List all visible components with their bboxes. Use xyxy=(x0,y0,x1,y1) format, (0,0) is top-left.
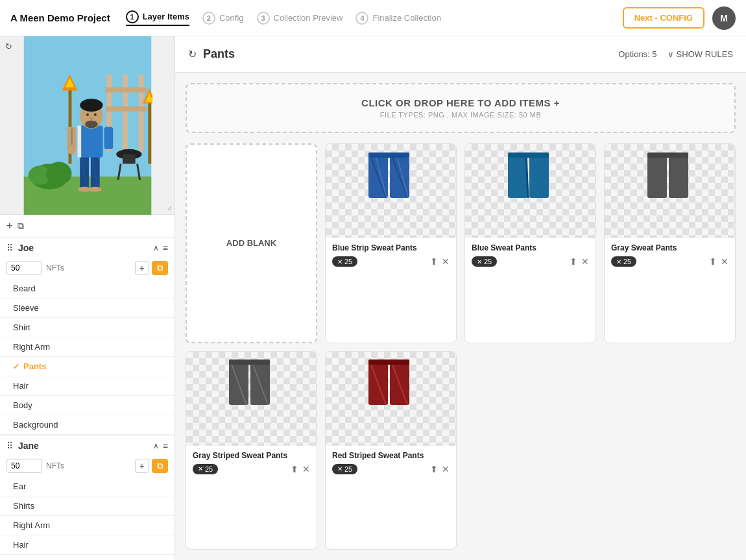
jane-name: Jane xyxy=(18,441,39,451)
nav-step-finalize[interactable]: 4 Finalize Collection xyxy=(355,12,441,25)
joe-layer-right-arm[interactable]: Right Arm xyxy=(0,337,174,357)
item-actions-blue: ⬆ ✕ xyxy=(570,256,589,267)
delete-button-gray[interactable]: ✕ xyxy=(721,256,728,267)
jane-layer-ear[interactable]: Ear xyxy=(0,477,174,496)
jane-layer-shirts[interactable]: Shirts xyxy=(0,496,174,516)
svg-rect-4 xyxy=(138,75,143,151)
content-header: ↻ Pants Options: 5 ∨ SHOW RULES xyxy=(175,36,746,73)
rarity-badge-red-strip: ✕ 25 xyxy=(332,464,357,474)
step-label-2: Config xyxy=(219,13,244,23)
delete-button-gray-strip[interactable]: ✕ xyxy=(302,464,310,474)
joe-add-layer-button[interactable]: + xyxy=(135,261,149,275)
jane-collapse-button[interactable]: ∧ xyxy=(153,441,159,450)
svg-rect-45 xyxy=(508,152,527,198)
joe-menu-button[interactable]: ≡ xyxy=(163,243,168,253)
upload-button-gray-strip[interactable]: ⬆ xyxy=(291,464,298,474)
svg-rect-48 xyxy=(508,152,549,158)
joe-nft-count-input[interactable] xyxy=(6,261,42,275)
main-layout: ↻ ⊿ + ⧉ ⠿ Joe ∧ ≡ NFTs xyxy=(0,36,746,560)
options-count: Options: 5 xyxy=(618,49,656,59)
upload-button-blue-strip[interactable]: ⬆ xyxy=(430,256,438,267)
svg-rect-61 xyxy=(368,359,409,365)
item-info-gray-strip: Gray Striped Sweat Pants ✕ 25 ⬆ ✕ xyxy=(186,446,317,480)
avatar: M xyxy=(712,6,736,30)
chevron-down-icon: ∨ xyxy=(668,49,674,59)
active-check-icon: ✓ xyxy=(13,362,19,371)
show-rules-button[interactable]: ∨ SHOW RULES xyxy=(668,49,733,59)
svg-point-19 xyxy=(46,162,71,184)
content-refresh-icon[interactable]: ↻ xyxy=(188,48,197,60)
joe-collapse-button[interactable]: ∧ xyxy=(153,243,159,252)
preview-refresh-icon[interactable]: ↻ xyxy=(5,42,12,51)
layer-title: Pants xyxy=(203,47,235,61)
jane-menu-button[interactable]: ≡ xyxy=(163,441,168,451)
jane-layer-hair[interactable]: Hair xyxy=(0,535,174,555)
jane-add-layer-button[interactable]: + xyxy=(135,459,149,473)
project-title: A Meen Demo Project xyxy=(10,12,110,23)
add-blank-card[interactable]: ADD BLANK xyxy=(186,143,317,343)
svg-point-34 xyxy=(93,114,96,116)
nav-step-layer-items[interactable]: 1 Layer Items xyxy=(126,10,189,26)
step-num-1: 1 xyxy=(126,10,139,23)
topbar-right: Next - CONFIG M xyxy=(623,6,736,30)
svg-point-35 xyxy=(90,117,92,119)
item-info-gray: Gray Sweat Pants ✕ 25 ⬆ ✕ xyxy=(605,238,735,272)
joe-layer-background[interactable]: Background xyxy=(0,415,174,435)
rarity-badge-gray: ✕ 25 xyxy=(611,256,636,267)
nav-step-config[interactable]: 2 Config xyxy=(202,12,244,25)
upload-button-gray[interactable]: ⬆ xyxy=(709,256,717,267)
jane-nft-actions: + ⧉ xyxy=(135,459,168,473)
rarity-value-red-strip: 25 xyxy=(344,465,352,473)
joe-stack-button[interactable]: ⧉ xyxy=(152,261,168,275)
step-num-4: 4 xyxy=(355,12,368,25)
jane-layer-right-arm[interactable]: Right Arm xyxy=(0,516,174,535)
svg-rect-3 xyxy=(123,75,128,151)
character-group-jane: ⠿ Jane ∧ ≡ NFTs + ⧉ Ear Shirts Right Arm xyxy=(0,435,174,560)
items-grid: ADD BLANK Blue Strip Sweat P xyxy=(175,143,746,560)
jane-stack-button[interactable]: ⧉ xyxy=(152,459,168,473)
svg-rect-6 xyxy=(105,106,147,112)
upload-button-red-strip[interactable]: ⬆ xyxy=(430,464,438,474)
character-preview: ↻ ⊿ xyxy=(0,36,174,215)
svg-rect-44 xyxy=(368,152,409,158)
svg-point-25 xyxy=(88,187,101,192)
rarity-icon-gray: ✕ xyxy=(616,258,621,265)
item-card-blue: Blue Sweat Pants ✕ 25 ⬆ ✕ xyxy=(464,143,596,343)
joe-header: ⠿ Joe ∧ ≡ xyxy=(0,237,174,258)
delete-button-blue[interactable]: ✕ xyxy=(581,256,589,267)
joe-nft-row: NFTs + ⧉ xyxy=(0,258,174,279)
item-footer-gray: ✕ 25 ⬆ ✕ xyxy=(611,256,728,267)
upload-button-blue[interactable]: ⬆ xyxy=(570,256,577,267)
joe-layer-hair[interactable]: Hair xyxy=(0,376,174,396)
jane-grid-icon: ⠿ xyxy=(6,441,13,451)
joe-layer-beard[interactable]: Beard xyxy=(0,279,174,298)
rarity-icon: ✕ xyxy=(337,258,343,265)
layers-icon: ⧉ xyxy=(18,221,24,232)
joe-layer-sleeve[interactable]: Sleeve xyxy=(0,298,174,318)
pants-svg-gray-strip xyxy=(226,359,278,437)
joe-layer-shirt[interactable]: Shirt xyxy=(0,318,174,337)
add-layer-button[interactable]: + xyxy=(6,220,12,232)
preview-resize-handle[interactable]: ⊿ xyxy=(167,204,172,212)
delete-button-blue-strip[interactable]: ✕ xyxy=(442,256,450,267)
joe-layer-pants[interactable]: ✓Pants xyxy=(0,357,174,376)
rarity-badge-gray-strip: ✕ 25 xyxy=(193,464,218,474)
jane-header-right: ∧ ≡ xyxy=(153,441,168,451)
item-actions-blue-strip: ⬆ ✕ xyxy=(430,256,450,267)
joe-layer-body[interactable]: Body xyxy=(0,396,174,415)
item-name-gray: Gray Sweat Pants xyxy=(611,243,728,252)
rarity-value-blue: 25 xyxy=(484,258,492,265)
item-actions-gray-strip: ⬆ ✕ xyxy=(291,464,310,474)
item-footer-blue: ✕ 25 ⬆ ✕ xyxy=(472,256,589,267)
joe-name: Joe xyxy=(18,243,34,253)
nav-step-collection-preview[interactable]: 3 Collection Preview xyxy=(257,12,343,25)
delete-button-red-strip[interactable]: ✕ xyxy=(442,464,450,474)
next-config-button[interactable]: Next - CONFIG xyxy=(623,7,704,29)
jane-layer-pants[interactable]: Pants xyxy=(0,555,174,560)
svg-rect-14 xyxy=(123,154,136,164)
joe-nft-actions: + ⧉ xyxy=(135,261,168,275)
jane-nft-count-input[interactable] xyxy=(6,459,42,473)
rarity-value-gray: 25 xyxy=(623,258,631,265)
content-header-left: ↻ Pants xyxy=(188,47,235,61)
drop-zone[interactable]: CLICK OR DROP HERE TO ADD ITEMS + FILE T… xyxy=(186,83,736,133)
